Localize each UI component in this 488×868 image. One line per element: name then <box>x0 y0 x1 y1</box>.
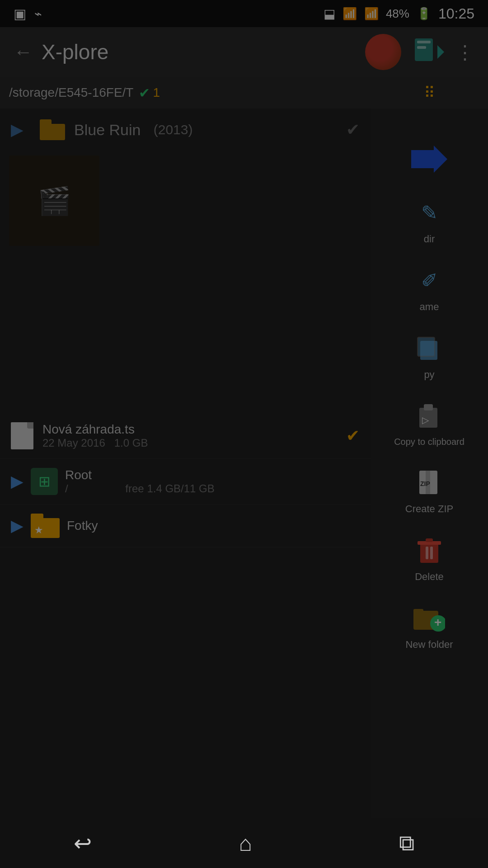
bottom-nav: ↩ ⌂ ⧉ <box>0 818 488 868</box>
nav-back-button[interactable]: ↩ <box>74 830 92 856</box>
dialog-overlay <box>0 0 488 868</box>
nav-recents-button[interactable]: ⧉ <box>399 830 414 856</box>
nav-home-button[interactable]: ⌂ <box>239 831 252 856</box>
